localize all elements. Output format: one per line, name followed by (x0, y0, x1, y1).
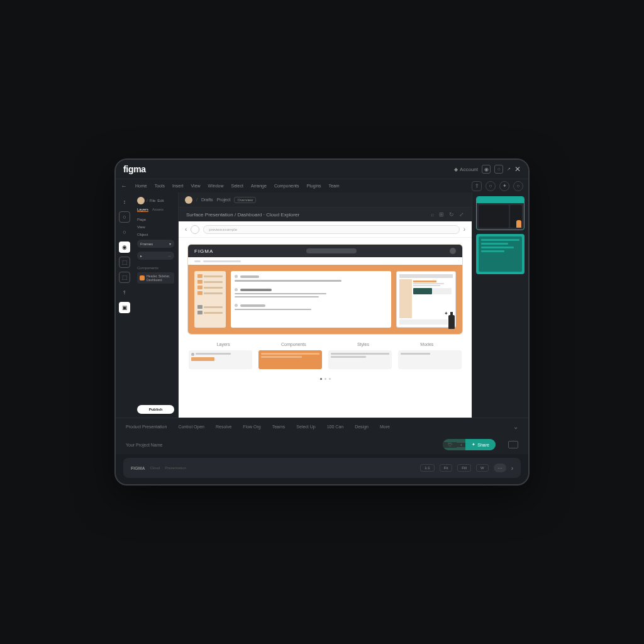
avatar-icon (137, 197, 145, 204)
left-toolbar: ↕ ○ ○ ◉ ⬚ ⬚ ⫯ ▣ (116, 192, 133, 418)
comment-tool-icon[interactable]: ⫯ (119, 287, 130, 298)
panel-row-page[interactable]: Page (137, 217, 174, 222)
shape-tool-icon[interactable]: ○ (119, 226, 130, 238)
design-mockup: FIGMA (187, 244, 463, 335)
btab-2[interactable]: Resolve (216, 425, 231, 429)
move-tool-icon[interactable]: ↕ (119, 196, 130, 208)
diamond-icon: ◆ (454, 167, 458, 172)
workspace: ↕ ○ ○ ◉ ⬚ ⬚ ⫯ ▣ / File Edit Layers Asset… (116, 192, 528, 418)
reload-icon[interactable] (191, 225, 199, 234)
canvas[interactable]: ‹ preview.example › FIGMA (179, 221, 472, 418)
panel-section-label: Components (137, 266, 174, 270)
comment-icon[interactable]: ○ (486, 181, 496, 191)
search-icon[interactable]: ⌕ (431, 211, 434, 218)
mockup-main (231, 271, 391, 328)
layout-icon[interactable] (508, 441, 518, 448)
menu-plugins[interactable]: Plugins (304, 182, 325, 189)
menu-insert[interactable]: Insert (169, 182, 187, 189)
zoom-chip-4[interactable]: W (476, 464, 489, 472)
panel-selector-2[interactable]: ▸··· (137, 252, 174, 260)
menu-arrange[interactable]: Arrange (248, 182, 270, 189)
panel-row-view[interactable]: View (137, 225, 174, 230)
hand-tool-icon[interactable]: ⬚ (119, 272, 130, 283)
more-icon[interactable]: ○ (513, 181, 523, 191)
btab-1[interactable]: Control Open (178, 425, 204, 429)
url-input[interactable]: preview.example (203, 225, 459, 234)
account-badge[interactable]: ◆ Account (454, 167, 478, 172)
nav-menu-icon[interactable]: › (464, 226, 465, 233)
frame-tool-icon[interactable]: ○ (119, 211, 130, 223)
zoom-chip-1[interactable]: 1:1 (420, 464, 434, 472)
share-icon[interactable]: ⇪ (472, 181, 482, 191)
bottle-illustration (448, 315, 455, 329)
menu-select[interactable]: Select (228, 182, 247, 189)
user-avatar-icon[interactable] (185, 196, 192, 204)
chevron-left-icon[interactable]: ‹ (457, 443, 465, 447)
btab-5[interactable]: Select Up (296, 425, 315, 429)
publish-button[interactable]: Publish (137, 405, 174, 414)
user-icon[interactable]: ◉ (482, 165, 491, 174)
text-tool-icon[interactable]: ⬚ (119, 257, 130, 268)
share-button-group: ♡ ‹ ✦ Share (443, 439, 496, 450)
btab-6[interactable]: 100 Can (327, 425, 343, 429)
share-button[interactable]: ✦ Share (465, 439, 496, 450)
crumb-2[interactable]: Project (217, 197, 231, 202)
person-icon (516, 220, 521, 228)
dot-2[interactable] (325, 378, 326, 380)
refresh-icon[interactable]: ↻ (449, 211, 454, 218)
menu-tools[interactable]: Tools (152, 182, 168, 189)
thumbnail-1[interactable] (476, 196, 525, 230)
nav-back-icon[interactable]: ‹ (185, 226, 187, 233)
chevron-down-icon[interactable]: ⌄ (513, 423, 518, 430)
app-logo: figma (123, 164, 146, 174)
menu-view[interactable]: View (188, 182, 204, 189)
mockup-search (306, 248, 357, 253)
heart-icon[interactable]: ♡ (443, 442, 457, 448)
btab-4[interactable]: Teams (272, 425, 286, 429)
dot-1[interactable] (320, 378, 322, 380)
pen-tool-icon[interactable]: ◉ (119, 242, 130, 253)
panel-selector[interactable]: Frames ▾ (137, 240, 174, 248)
menu-window[interactable]: Window (205, 182, 227, 189)
layers-panel: / File Edit Layers Assets Page View Obje… (133, 192, 179, 418)
btab-0[interactable]: Product Presentation (126, 425, 167, 429)
panel-crumb-1[interactable]: File (150, 199, 156, 203)
component-tool-icon[interactable]: ▣ (119, 302, 130, 313)
crumb-1[interactable]: Drafts (201, 197, 213, 202)
settings-icon[interactable]: ⁘ (494, 165, 503, 174)
close-icon[interactable]: ✕ (514, 165, 521, 174)
dot-3[interactable] (329, 378, 331, 380)
footer-sub-1: Cloud (150, 466, 160, 470)
zoom-chip-2[interactable]: Fit (440, 464, 453, 472)
footer-brand: FIGMA (131, 466, 145, 470)
btab-7[interactable]: Design (355, 425, 369, 429)
crumb-badge[interactable]: Overview (234, 197, 256, 203)
panel-item-1[interactable]: Header, Sidebar, Dashboard (137, 272, 174, 284)
action-row: Your Project Name ♡ ‹ ✦ Share (116, 435, 528, 454)
tab-assets[interactable]: Assets (152, 208, 164, 212)
feat-4: Modes (420, 342, 433, 347)
panel-breadcrumb: / File Edit (137, 196, 174, 205)
right-panel (472, 192, 528, 418)
zoom-chip-3[interactable]: Fill (457, 464, 471, 472)
thumbnail-2[interactable] (476, 234, 525, 274)
panel-row-object[interactable]: Object (137, 232, 174, 237)
more-button[interactable]: ⋯ (494, 464, 506, 472)
menu-components[interactable]: Components (271, 182, 303, 189)
plugin-icon[interactable]: ✦ (499, 181, 509, 191)
project-name-label: Your Project Name (126, 443, 163, 447)
grid-icon[interactable]: ⊞ (439, 211, 444, 218)
back-icon[interactable]: ← (121, 182, 131, 189)
card-3 (328, 350, 392, 369)
feat-2: Components (281, 342, 306, 347)
tab-layers[interactable]: Layers (137, 208, 148, 212)
next-icon[interactable]: › (511, 465, 513, 472)
panel-crumb-2[interactable]: Edit (157, 199, 164, 203)
expand-icon[interactable]: ⤢ (459, 211, 464, 218)
btab-8[interactable]: More (380, 425, 390, 429)
titlebar: figma ◆ Account ◉ ⁘ ↗ ✕ (116, 160, 528, 179)
canvas-breadcrumb: / Drafts Project Overview (179, 192, 472, 208)
btab-3[interactable]: Flow Org (243, 425, 260, 429)
menu-team[interactable]: Team (326, 182, 343, 189)
menu-home[interactable]: Home (132, 182, 150, 189)
